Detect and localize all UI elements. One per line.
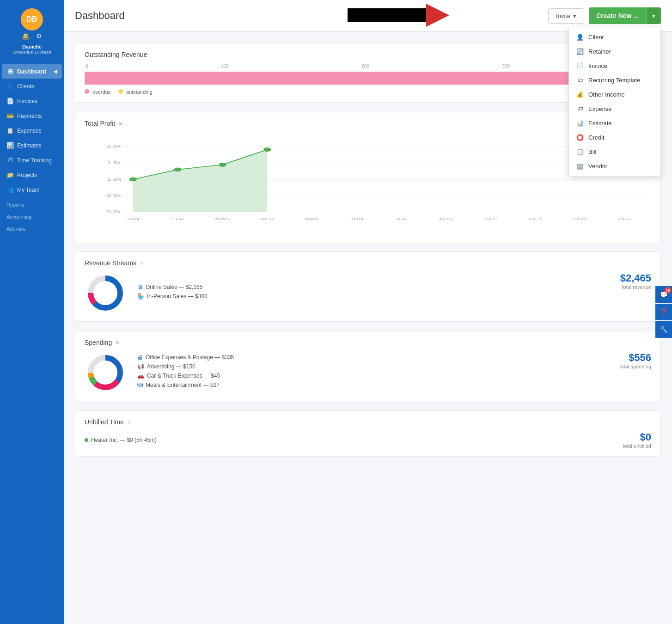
- clients-icon: 👤: [6, 83, 14, 90]
- metric-item: 🏪 In-Person Sales — $300: [137, 293, 609, 300]
- metric-item: 🖨 Office Expenses & Postage — $335: [137, 354, 609, 361]
- expense-icon: 🏷: [576, 105, 584, 112]
- credit-icon: ⭕: [576, 134, 584, 141]
- online-sales-icon: 🖥: [137, 284, 143, 290]
- revenue-metrics: 🖥 Online Sales — $2,165 🏪 In-Person Sale…: [85, 272, 651, 314]
- overdue-legend: overdue: [85, 89, 111, 95]
- sidebar-section-add-ons[interactable]: Add-ons: [0, 221, 64, 233]
- unbilled-total-label: total unbilled: [623, 443, 651, 449]
- status-dot: [85, 438, 88, 442]
- revenue-donut: [85, 272, 126, 314]
- section-title-outstanding: Outstanding Revenue: [85, 51, 651, 58]
- dropdown-item-bill[interactable]: 📋 Bill: [569, 145, 660, 159]
- line-chart-svg: 2.0k 1.5k 1.0k 0.5k 0.0k JAN FEB MAR APR: [85, 142, 651, 223]
- projects-icon: 📁: [6, 171, 14, 178]
- dropdown-item-estimate[interactable]: 📊 Estimate: [569, 116, 660, 130]
- menu-icon[interactable]: ≡: [128, 419, 131, 425]
- main-content: Dashboard Invite ▾ Create New ... ▾: [64, 0, 672, 624]
- menu-icon[interactable]: ≡: [119, 120, 122, 127]
- spending-total: $556 total spending: [620, 352, 652, 369]
- sidebar-item-projects[interactable]: 📁 Projects: [2, 168, 62, 182]
- chat-button[interactable]: 💬 29: [655, 286, 672, 303]
- sidebar-username: Danielle: [22, 43, 42, 50]
- outstanding-dot: [118, 89, 123, 94]
- header-actions: Invite ▾ Create New ... ▾: [548, 7, 661, 24]
- sidebar-item-label: My Team: [17, 187, 39, 193]
- sidebar-item-label: Time Tracking: [17, 157, 52, 164]
- recurring-template-icon: 🗂: [576, 77, 584, 84]
- sidebar-item-invoices[interactable]: 📄 Invoices: [2, 94, 62, 108]
- bell-icon[interactable]: 🔔: [22, 32, 30, 40]
- spending-metrics: 🖨 Office Expenses & Postage — $335 📢 Adv…: [85, 352, 651, 393]
- sidebar-section-accounting[interactable]: Accounting: [0, 209, 64, 221]
- my-team-icon: 👥: [6, 186, 14, 193]
- dashboard-icon: ⊞: [6, 68, 14, 75]
- time-tracking-icon: ⏱: [6, 157, 14, 164]
- invite-button[interactable]: Invite ▾: [548, 8, 584, 24]
- menu-icon[interactable]: ≡: [116, 339, 119, 346]
- estimate-icon: 📊: [576, 120, 584, 127]
- revenue-list: 🖥 Online Sales — $2,165 🏪 In-Person Sale…: [137, 284, 609, 302]
- bill-icon: 📋: [576, 148, 584, 155]
- sidebar-item-payments[interactable]: 💳 Payments: [2, 109, 62, 123]
- dropdown-item-retainer[interactable]: 🔄 Retainer: [569, 44, 660, 59]
- sidebar-item-estimates[interactable]: 📊 Estimates: [2, 138, 62, 153]
- in-person-sales-icon: 🏪: [137, 293, 144, 300]
- support-button[interactable]: 🔧: [655, 321, 672, 338]
- help-button[interactable]: ❓: [655, 304, 672, 320]
- sidebar-item-my-team[interactable]: 👥 My Team: [2, 183, 62, 197]
- dropdown-item-invoice[interactable]: 📄 Invoice: [569, 59, 660, 73]
- spending-list: 🖨 Office Expenses & Postage — $335 📢 Adv…: [137, 354, 609, 391]
- client-icon: 👤: [576, 34, 584, 41]
- create-button-group: Create New ... ▾: [589, 7, 661, 24]
- svg-point-27: [174, 167, 182, 171]
- dropdown-item-expense[interactable]: 🏷 Expense: [569, 102, 660, 116]
- spending-total-value: $556: [620, 352, 652, 364]
- chevron-down-icon: ▾: [573, 12, 576, 19]
- section-title-spending: Spending ≡: [85, 339, 651, 346]
- chart-axis: 0 100 200 300 400: [85, 64, 651, 69]
- svg-text:2.0k: 2.0k: [107, 144, 121, 149]
- other-income-icon: 💰: [576, 91, 584, 98]
- right-helpers: 💬 29 ❓ 🔧: [655, 286, 672, 338]
- spending-donut: [85, 352, 126, 393]
- dropdown-item-credit[interactable]: ⭕ Credit: [569, 130, 660, 145]
- avatar: DB: [21, 8, 43, 31]
- sidebar-item-label: Invoices: [17, 98, 37, 104]
- sidebar-item-label: Expenses: [17, 128, 42, 134]
- advertising-icon: 📢: [137, 363, 144, 370]
- svg-marker-1: [426, 4, 449, 27]
- invoice-icon: 📄: [576, 62, 584, 69]
- create-dropdown-menu: 👤 Client 🔄 Retainer 📄 Invoice 🗂 Recurrin…: [568, 27, 661, 177]
- payments-icon: 💳: [6, 112, 14, 119]
- sidebar-item-label: Projects: [17, 172, 37, 178]
- header: Dashboard Invite ▾ Create New ... ▾: [64, 0, 672, 32]
- menu-icon[interactable]: ≡: [140, 260, 143, 266]
- dropdown-item-recurring-template[interactable]: 🗂 Recurring Template: [569, 73, 660, 87]
- dropdown-item-client[interactable]: 👤 Client: [569, 30, 660, 44]
- create-new-dropdown-button[interactable]: ▾: [646, 7, 661, 24]
- svg-text:OCT: OCT: [529, 217, 543, 221]
- svg-text:MAR: MAR: [215, 217, 230, 221]
- sidebar-item-expenses[interactable]: 📋 Expenses: [2, 123, 62, 138]
- spending-section: Spending ≡: [75, 331, 661, 401]
- sidebar-section-reports[interactable]: Reports: [0, 197, 64, 209]
- dropdown-item-vendor[interactable]: 🏢 Vendor: [569, 159, 660, 173]
- help-icon: ❓: [660, 308, 668, 316]
- metric-item: 📢 Advertising — $150: [137, 363, 609, 370]
- profit-header: Total Profit ≡ $1,909 total profit: [85, 120, 651, 138]
- svg-text:JUN: JUN: [350, 217, 363, 221]
- dropdown-item-other-income[interactable]: 💰 Other Income: [569, 87, 660, 102]
- create-new-button[interactable]: Create New ...: [589, 7, 646, 24]
- chat-badge: 29: [665, 287, 671, 294]
- sidebar-item-dashboard[interactable]: ⊞ Dashboard ◀: [2, 64, 62, 79]
- sidebar-item-time-tracking[interactable]: ⏱ Time Tracking: [2, 153, 62, 167]
- sidebar-item-clients[interactable]: 👤 Clients: [2, 79, 62, 93]
- user-profile[interactable]: DB 🔔 ⚙ Danielle Wanderlust Explored: [0, 5, 64, 58]
- svg-marker-25: [133, 150, 267, 212]
- section-title-revenue: Revenue Streams ≡: [85, 259, 651, 267]
- section-title-unbilled: Unbilled Time ≡: [85, 418, 651, 426]
- chevron-down-icon: ▾: [652, 12, 655, 19]
- gear-icon[interactable]: ⚙: [36, 32, 42, 40]
- svg-text:DEC: DEC: [618, 217, 632, 221]
